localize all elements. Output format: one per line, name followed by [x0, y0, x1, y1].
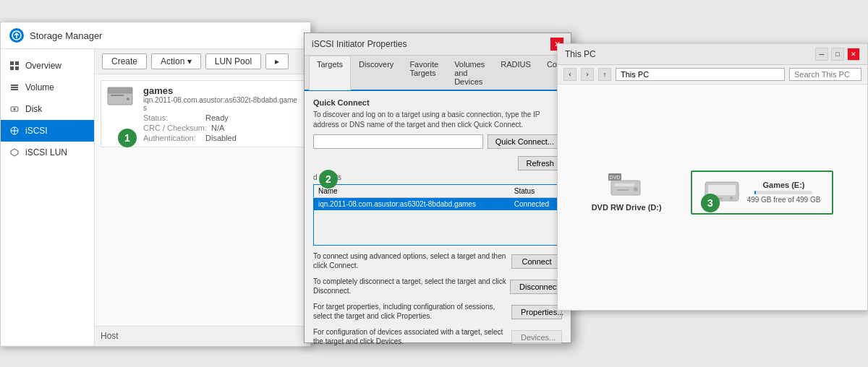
auth-value: Disabled: [205, 134, 237, 142]
svg-point-22: [634, 187, 638, 191]
close-button[interactable]: ✕: [847, 48, 860, 61]
disconnect-action-row: To completely disconnect a target, selec…: [313, 277, 562, 298]
tab-radius[interactable]: RADIUS: [493, 56, 539, 90]
properties-action-row: For target properties, including configu…: [313, 302, 562, 323]
svg-rect-17: [111, 95, 124, 96]
sidebar-label-volume: Volume: [25, 82, 54, 92]
back-button[interactable]: ‹: [563, 68, 576, 81]
svg-rect-21: [614, 184, 634, 186]
explorer-title: This PC: [565, 49, 596, 59]
devices-button[interactable]: Devices...: [511, 330, 562, 345]
cube-icon: [9, 147, 20, 157]
svg-rect-4: [15, 66, 19, 70]
iscsi-name: games: [143, 85, 299, 96]
step-1-badge: 1: [118, 129, 137, 147]
properties-desc: For target properties, including configu…: [313, 302, 511, 321]
storage-titlebar: Storage Manager: [1, 22, 310, 49]
storage-title: Storage Manager: [30, 30, 102, 41]
svg-rect-5: [11, 89, 18, 90]
svg-rect-23: [617, 189, 629, 191]
up-button[interactable]: ↑: [598, 68, 611, 81]
col-status: Status: [510, 185, 562, 198]
minimize-button[interactable]: ─: [815, 48, 828, 61]
iscsi-dialog: iSCSI Initiator Properties ✕ Targets Dis…: [304, 33, 571, 343]
action-rows: To connect using advanced options, selec…: [313, 251, 562, 348]
games-drive-space: 499 GB free of 499 GB: [747, 196, 821, 204]
status-value: Ready: [205, 113, 229, 122]
action-button[interactable]: Action ▾: [151, 53, 201, 69]
tab-volumes-devices[interactable]: Volumes and Devices: [446, 56, 493, 90]
quick-connect-button[interactable]: Quick Connect...: [488, 134, 562, 149]
tab-targets[interactable]: Targets: [309, 56, 351, 90]
status-row: Status: Ready: [143, 113, 299, 122]
target-name: iqn.2011-08.com.asustor:as6302t-8bdabd.g…: [314, 198, 510, 211]
sidebar-item-volume[interactable]: Volume: [1, 77, 94, 98]
step-2-badge: 2: [319, 170, 338, 189]
dvd-drive-info: DVD RW Drive (D:): [592, 203, 662, 212]
dvd-drive-item[interactable]: DVD DVD RW Drive (D:): [592, 173, 662, 212]
target-row-empty-3: [314, 233, 562, 245]
target-row-empty-2: [314, 222, 562, 233]
sidebar: Overview Volume Disk iSCSI: [1, 49, 95, 345]
status-label: Status:: [143, 113, 201, 122]
layers-icon: [9, 82, 20, 92]
sidebar-item-overview[interactable]: Overview: [1, 55, 94, 77]
quick-connect-input[interactable]: [313, 134, 483, 149]
discovered-targets-section: Refresh d targets Name Status iqn.2011-0…: [313, 156, 562, 246]
host-section: Host: [95, 326, 310, 345]
col-name: Name: [314, 185, 510, 198]
more-button[interactable]: ▸: [265, 53, 289, 69]
forward-button[interactable]: ›: [581, 68, 594, 81]
explorer-content: DVD DVD RW Drive (D:): [558, 85, 867, 300]
iscsi-table-area: games iqn.2011-08.com.asustor:as6302t-8b…: [95, 74, 310, 326]
svg-point-16: [127, 98, 129, 100]
iscsi-device-icon: [106, 85, 135, 107]
dialog-tabs: Targets Discovery Favorite Targets Volum…: [305, 56, 571, 91]
main-panel: Create Action ▾ LUN Pool ▸: [95, 49, 310, 345]
discovered-label: d targets: [313, 173, 562, 181]
svg-rect-7: [11, 85, 18, 86]
sidebar-item-disk[interactable]: Disk: [1, 98, 94, 120]
refresh-button[interactable]: Refresh: [518, 156, 562, 170]
sidebar-label-disk: Disk: [25, 104, 42, 114]
games-drive-progress-fill: [754, 191, 756, 194]
sidebar-item-iscsi[interactable]: iSCSI: [1, 120, 94, 142]
svg-point-9: [14, 108, 16, 111]
target-status: Connected: [510, 198, 562, 211]
disconnect-button[interactable]: Disconnect: [510, 280, 562, 294]
iscsi-details: games iqn.2011-08.com.asustor:as6302t-8b…: [143, 85, 299, 142]
sidebar-label-iscsi-lun: iSCSI LUN: [25, 147, 67, 157]
create-button[interactable]: Create: [102, 53, 147, 69]
quick-connect-label: Quick Connect: [313, 98, 562, 107]
lun-pool-button[interactable]: LUN Pool: [205, 53, 261, 69]
explorer-controls: ─ □ ✕: [815, 48, 860, 61]
crc-label: CRC / Checksum:: [143, 124, 207, 132]
tab-discovery[interactable]: Discovery: [351, 56, 401, 90]
dialog-title: iSCSI Initiator Properties: [312, 39, 407, 49]
connect-desc: To connect using advanced options, selec…: [313, 251, 511, 270]
svg-rect-3: [10, 66, 14, 70]
properties-button[interactable]: Properties...: [511, 305, 562, 319]
quick-connect-desc: To discover and log on to a target using…: [313, 110, 562, 130]
tab-favorite-targets[interactable]: Favorite Targets: [401, 56, 446, 90]
network-icon: [9, 126, 20, 136]
devices-desc: For configuration of devices associated …: [313, 327, 511, 346]
toolbar: Create Action ▾ LUN Pool ▸: [95, 49, 310, 74]
sidebar-item-iscsi-lun[interactable]: iSCSI LUN: [1, 142, 94, 163]
dvd-drive-name: DVD RW Drive (D:): [592, 203, 662, 212]
maximize-button[interactable]: □: [831, 48, 844, 61]
search-input[interactable]: [789, 68, 861, 81]
disconnect-desc: To completely disconnect a target, selec…: [313, 277, 510, 295]
auth-label: Authentication:: [143, 134, 201, 142]
address-bar[interactable]: [616, 68, 785, 81]
target-row[interactable]: iqn.2011-08.com.asustor:as6302t-8bdabd.g…: [314, 198, 562, 211]
crc-value: N/A: [211, 124, 224, 132]
svg-rect-1: [10, 61, 14, 65]
refresh-row: Refresh: [313, 156, 562, 170]
connect-action-row: To connect using advanced options, selec…: [313, 251, 562, 272]
explorer-titlebar: This PC ─ □ ✕: [558, 44, 867, 65]
quick-connect-row: Quick Connect...: [313, 134, 562, 149]
games-drive-name: Games (E:): [747, 181, 821, 189]
dialog-titlebar: iSCSI Initiator Properties ✕: [305, 33, 571, 56]
connect-button[interactable]: Connect: [511, 254, 562, 269]
